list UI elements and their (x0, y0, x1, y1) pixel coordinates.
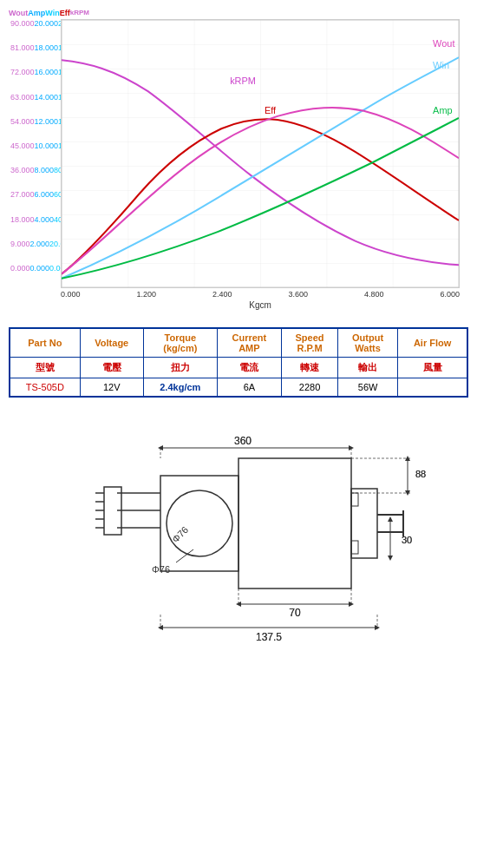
svg-text:Eff: Eff (265, 105, 277, 115)
chart-plot: Wout Win Amp Eff kRPM (61, 19, 460, 288)
col-speed-en: SpeedR.P.M (282, 328, 338, 358)
krpm-header: kRPM (70, 9, 89, 17)
svg-rect-7 (238, 458, 351, 589)
svg-text:88: 88 (415, 469, 426, 479)
win-header: Win (45, 9, 59, 17)
svg-text:kRPM: kRPM (230, 76, 256, 86)
y-axis: 90.000 20.000 200.000 1.00 3.000 81.000 … (9, 19, 61, 288)
col-current-cn: 電流 (217, 358, 281, 378)
amp-header: Amp (28, 9, 45, 17)
col-output-cn: 輸出 (338, 358, 398, 378)
col-airflow-cn: 風量 (398, 358, 467, 378)
cell-torque: 2.4kg/cm (143, 378, 217, 398)
svg-text:30: 30 (402, 535, 412, 545)
cell-voltage: 12V (80, 378, 143, 398)
col-airflow-en: Air Flow (398, 328, 467, 358)
svg-line-44 (176, 549, 193, 562)
svg-rect-25 (351, 541, 358, 554)
cell-partno: TS-505D (10, 378, 80, 398)
col-partno-en: Part No (10, 328, 80, 358)
col-speed-cn: 轉速 (282, 358, 338, 378)
svg-rect-20 (351, 489, 377, 558)
col-current-en: CurrentAMP (217, 328, 281, 358)
svg-text:Wout: Wout (433, 38, 454, 49)
svg-text:Φ76: Φ76 (152, 564, 170, 575)
chart-container: 90.000 20.000 200.000 1.00 3.000 81.000 … (9, 19, 468, 314)
technical-diagram: Φ76 360 360 70 70 137.5 137.5 30 30 (48, 406, 429, 649)
chart-section: Wout Amp Win Eff kRPM 90.000 20.000 200.… (0, 0, 477, 314)
svg-point-18 (167, 490, 232, 556)
svg-text:Φ76: Φ76 (170, 524, 190, 544)
diagram-section: Φ76 360 360 70 70 137.5 137.5 30 30 (9, 406, 468, 649)
col-voltage-cn: 電壓 (80, 358, 143, 378)
col-partno-cn: 型號 (10, 358, 80, 378)
svg-text:360: 360 (234, 435, 252, 447)
spec-table: Part No Voltage Torque(kg/cm) CurrentAMP… (9, 327, 468, 398)
col-torque-en: Torque(kg/cm) (143, 328, 217, 358)
cell-output: 56W (338, 378, 398, 398)
svg-text:Amp: Amp (433, 105, 452, 115)
svg-rect-0 (62, 20, 459, 287)
x-axis: 0.000 1.200 2.400 3.600 4.800 6.000 Kgcm (61, 288, 460, 314)
wout-header: Wout (9, 9, 28, 17)
table-row: TS-505D 12V 2.4kg/cm 6A 2280 56W (10, 378, 467, 398)
svg-text:70: 70 (289, 607, 301, 619)
svg-text:137.5: 137.5 (256, 631, 282, 643)
col-output-en: OutputWatts (338, 328, 398, 358)
x-axis-label: Kgcm (249, 300, 271, 310)
eff-header: Eff (60, 9, 70, 17)
svg-text:Win: Win (433, 60, 449, 70)
cell-current: 6A (217, 378, 281, 398)
col-voltage-en: Voltage (80, 328, 143, 358)
svg-rect-24 (351, 493, 358, 506)
cell-speed: 2280 (282, 378, 338, 398)
spec-table-section: Part No Voltage Torque(kg/cm) CurrentAMP… (9, 327, 468, 398)
cell-airflow (398, 378, 467, 398)
col-torque-cn: 扭力 (143, 358, 217, 378)
